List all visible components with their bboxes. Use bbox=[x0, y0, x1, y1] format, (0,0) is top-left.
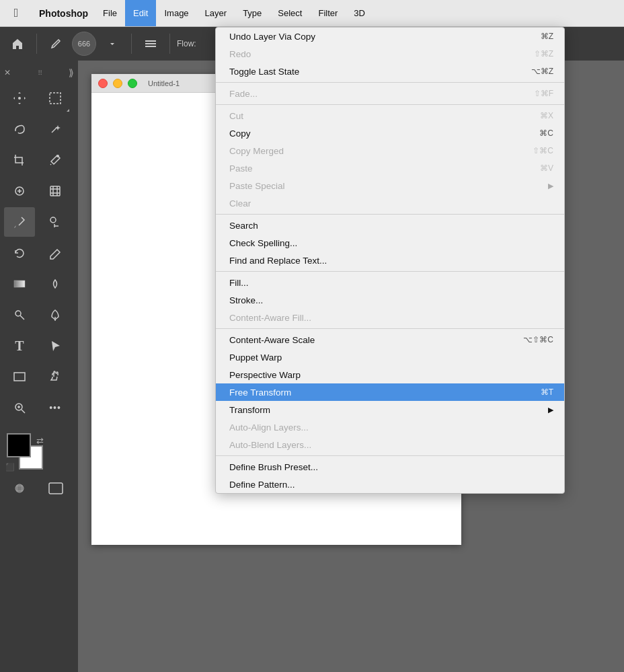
dodge-tool[interactable] bbox=[4, 300, 35, 330]
separator-4 bbox=[216, 271, 564, 272]
menu-copy-label: Copy bbox=[229, 128, 251, 139]
menu-content-aware-scale-shortcut: ⌥⇧⌘C bbox=[523, 335, 553, 344]
color-reset-icon[interactable]: ⬛ bbox=[5, 463, 15, 472]
menu-fade: Fade... ⇧⌘F bbox=[216, 85, 564, 102]
toolbar-separator-1 bbox=[36, 34, 37, 54]
apple-menu[interactable]:  bbox=[0, 6, 32, 20]
menu-transform[interactable]: Transform ▶ bbox=[216, 401, 564, 418]
brush-size-arrow[interactable] bbox=[100, 32, 124, 56]
menu-content-aware-fill: Content-Aware Fill... bbox=[216, 309, 564, 326]
menu-paste-special-label: Paste Special bbox=[229, 181, 285, 191]
menu-define-pattern-label: Define Pattern... bbox=[229, 480, 295, 490]
app-name: Photoshop bbox=[32, 8, 95, 19]
svg-rect-14 bbox=[14, 373, 25, 381]
menu-transform-label: Transform bbox=[229, 405, 270, 415]
svg-rect-1 bbox=[145, 43, 156, 44]
menu-free-transform-label: Free Transform bbox=[229, 387, 291, 398]
color-swatch-area: ⇄ ⬛ bbox=[0, 428, 78, 475]
paste-special-arrow: ▶ bbox=[548, 182, 553, 190]
quick-mask-button[interactable] bbox=[7, 479, 38, 498]
menu-define-brush[interactable]: Define Brush Preset... bbox=[216, 458, 564, 476]
gradient-tool[interactable] bbox=[4, 269, 35, 299]
menu-fill-label: Fill... bbox=[229, 278, 249, 288]
menu-find-replace[interactable]: Find and Replace Text... bbox=[216, 252, 564, 269]
menu-toggle-last-state[interactable]: Toggle Last State ⌥⌘Z bbox=[216, 63, 564, 80]
menu-copy-shortcut: ⌘C bbox=[539, 128, 553, 138]
menu-puppet-warp[interactable]: Puppet Warp bbox=[216, 348, 564, 366]
zoom-tool[interactable] bbox=[4, 393, 35, 422]
menu-stroke[interactable]: Stroke... bbox=[216, 291, 564, 309]
magic-wand-tool[interactable] bbox=[40, 114, 71, 144]
menu-edit[interactable]: Edit bbox=[125, 0, 156, 26]
menu-free-transform[interactable]: Free Transform ⌘T bbox=[216, 383, 564, 401]
move-tool[interactable] bbox=[4, 83, 35, 113]
menu-image[interactable]: Image bbox=[156, 0, 196, 26]
marquee-tool[interactable] bbox=[40, 83, 71, 113]
history-brush-tool[interactable] bbox=[4, 238, 35, 268]
eyedropper-tool[interactable] bbox=[40, 145, 71, 175]
toolbox-bottom-bar bbox=[0, 475, 78, 502]
menu-clear: Clear bbox=[216, 194, 564, 212]
menu-free-transform-shortcut: ⌘T bbox=[541, 387, 553, 397]
crop-tool[interactable] bbox=[4, 145, 35, 175]
options-button[interactable] bbox=[139, 32, 163, 56]
menu-3d[interactable]: 3D bbox=[346, 0, 373, 26]
more-tools[interactable]: ••• bbox=[40, 393, 71, 422]
svg-point-6 bbox=[56, 155, 59, 157]
patch-tool[interactable] bbox=[40, 176, 71, 206]
hand-tool[interactable] bbox=[40, 362, 71, 391]
traffic-light-maximize[interactable] bbox=[128, 79, 137, 88]
menu-define-brush-label: Define Brush Preset... bbox=[229, 462, 318, 472]
menu-check-spelling[interactable]: Check Spelling... bbox=[216, 234, 564, 252]
svg-line-12 bbox=[20, 315, 24, 320]
menu-perspective-warp-label: Perspective Warp bbox=[229, 370, 301, 380]
screen-mode-button[interactable] bbox=[40, 479, 71, 498]
brush-tool-btn[interactable] bbox=[44, 32, 68, 56]
menu-paste-label: Paste bbox=[229, 163, 253, 174]
blur-tool[interactable] bbox=[40, 269, 71, 299]
toolbox: ✕ ⠿ ⟫ bbox=[0, 61, 78, 672]
eraser-tool[interactable] bbox=[40, 238, 71, 268]
menu-paste-shortcut: ⌘V bbox=[540, 163, 553, 173]
menu-puppet-warp-label: Puppet Warp bbox=[229, 352, 282, 363]
menu-select[interactable]: Select bbox=[270, 0, 310, 26]
svg-rect-21 bbox=[49, 483, 63, 494]
menu-perspective-warp[interactable]: Perspective Warp bbox=[216, 366, 564, 383]
traffic-light-close[interactable] bbox=[98, 79, 108, 88]
menu-copy-merged: Copy Merged ⇧⌘C bbox=[216, 142, 564, 159]
toolbar-separator-2 bbox=[131, 34, 132, 54]
menu-file[interactable]: File bbox=[95, 0, 125, 26]
color-swap-icon[interactable]: ⇄ bbox=[36, 436, 44, 446]
svg-rect-8 bbox=[50, 186, 60, 196]
menu-copy[interactable]: Copy ⌘C bbox=[216, 124, 564, 142]
traffic-light-minimize[interactable] bbox=[113, 79, 122, 88]
home-button[interactable] bbox=[5, 32, 30, 56]
menu-search[interactable]: Search bbox=[216, 217, 564, 234]
menu-undo[interactable]: Undo Layer Via Copy ⌘Z bbox=[216, 28, 564, 45]
menu-search-label: Search bbox=[229, 221, 258, 231]
svg-point-11 bbox=[15, 311, 21, 316]
brush-size-display[interactable]: 666 bbox=[72, 32, 96, 56]
pen-tool[interactable] bbox=[40, 300, 71, 330]
path-select-tool[interactable] bbox=[40, 331, 71, 361]
heal-tool[interactable] bbox=[4, 176, 35, 206]
menu-fill[interactable]: Fill... bbox=[216, 274, 564, 291]
foreground-color[interactable] bbox=[7, 433, 31, 457]
menu-define-pattern[interactable]: Define Pattern... bbox=[216, 476, 564, 493]
rect-shape-tool[interactable] bbox=[4, 362, 35, 391]
menu-toggle-shortcut: ⌥⌘Z bbox=[531, 67, 553, 76]
toolbox-collapse-icon[interactable]: ⟫ bbox=[69, 67, 74, 78]
menu-layer[interactable]: Layer bbox=[197, 0, 235, 26]
menu-filter[interactable]: Filter bbox=[310, 0, 346, 26]
menu-redo-shortcut: ⇧⌘Z bbox=[534, 49, 553, 59]
lasso-tool[interactable] bbox=[4, 114, 35, 144]
text-tool[interactable]: T bbox=[4, 331, 35, 361]
menu-paste: Paste ⌘V bbox=[216, 159, 564, 177]
brush-tool[interactable] bbox=[4, 207, 35, 237]
menu-type[interactable]: Type bbox=[235, 0, 270, 26]
menu-content-aware-scale[interactable]: Content-Aware Scale ⌥⇧⌘C bbox=[216, 331, 564, 348]
svg-rect-4 bbox=[50, 93, 61, 104]
toolbox-close-icon[interactable]: ✕ bbox=[4, 68, 11, 77]
toolbar-separator-3 bbox=[169, 34, 170, 54]
clone-stamp-tool[interactable] bbox=[40, 207, 71, 237]
